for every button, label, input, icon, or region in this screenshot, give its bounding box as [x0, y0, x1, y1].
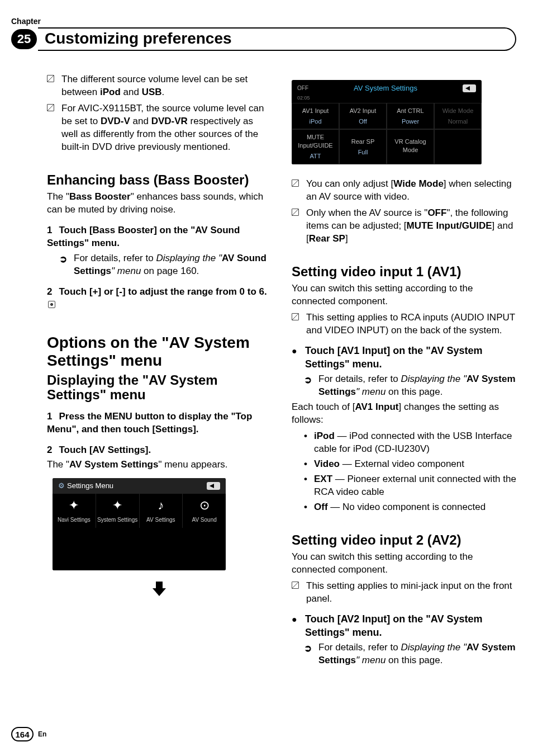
step-number: 2 — [47, 445, 52, 455]
cell-label: MUTE Input/GUIDE — [293, 133, 337, 150]
end-square-icon — [48, 301, 55, 308]
body-text: Each touch of [AV1 Input] changes the se… — [292, 401, 516, 427]
cell-value: Full — [341, 148, 385, 157]
note-text: This setting applies to mini-jack input … — [306, 580, 516, 606]
screenshot-setting-cell — [434, 129, 482, 164]
menu-item-label: AV Sound — [184, 516, 225, 524]
bullet-icon: • — [304, 430, 314, 456]
screenshot-menu-item: ✦Navi Settings — [53, 494, 96, 528]
menu-item-icon: ♪ — [141, 497, 182, 514]
step-text: Touch [Bass Booster] on the "AV Sound Se… — [47, 225, 240, 248]
settings-icon: ⚙ — [58, 481, 65, 490]
option-description: — External video component — [340, 459, 464, 469]
screenshot-title: AV System Settings — [354, 83, 417, 93]
option-description: — Pioneer external unit connected with t… — [314, 474, 516, 497]
note-item: For AVIC-X9115BT, the source volume leve… — [47, 102, 272, 154]
menu-item-icon: ✦ — [54, 497, 94, 514]
menu-item-icon: ⊙ — [184, 497, 225, 514]
screenshot-menu-item: ✦System Settings — [96, 494, 140, 528]
screenshot-settings-menu: ⚙Settings Menu ✦Navi Settings✦System Set… — [53, 478, 226, 570]
step: 2Touch [+] or [-] to adjust the range fr… — [47, 286, 272, 311]
menu-item-icon: ✦ — [97, 497, 138, 514]
screenshot-menu-item: ♪AV Settings — [140, 494, 183, 528]
ref-arrow-icon: ➲ — [59, 253, 69, 278]
section-heading-av1: Setting video input 1 (AV1) — [292, 264, 516, 279]
note-item: This setting applies to RCA inputs (AUDI… — [292, 311, 516, 337]
cell-label: Rear SP — [341, 138, 385, 146]
note-item: The different source volume level can be… — [47, 73, 272, 99]
subsection-heading-displaying: Displaying the "AV System Settings" menu — [47, 373, 272, 403]
step: 2Touch [AV Settings]. — [47, 444, 272, 457]
cell-value: Off — [341, 117, 385, 126]
note-icon — [292, 582, 301, 606]
cell-label: VR Catalog Mode — [388, 138, 432, 154]
screenshot-time: 02:05 — [292, 94, 482, 103]
step: 1Press the MENU button to display the "T… — [47, 410, 272, 436]
reference-item: ➲ For details, refer to Displaying the "… — [59, 252, 272, 278]
ref-arrow-icon: ➲ — [304, 374, 314, 399]
note-icon — [47, 75, 56, 99]
action-bullet: ● Touch [AV1 Input] on the "AV System Se… — [292, 344, 516, 371]
step-text: Touch [AV Settings]. — [59, 445, 151, 455]
screenshot-setting-cell: MUTE Input/GUIDEATT — [292, 129, 339, 164]
note-icon — [292, 179, 301, 204]
screenshot-title: Settings Menu — [67, 481, 113, 490]
cell-value: ATT — [293, 152, 337, 160]
cell-label: AV2 Input — [341, 107, 385, 115]
screenshot-av-system-settings: OFF AV System Settings 02:05 AV1 InputiP… — [292, 80, 482, 164]
option-item: •Off — No video component is connected — [304, 501, 516, 514]
note-text: and — [121, 87, 142, 97]
page-number: 164 En — [11, 727, 46, 741]
body-text: You can switch this setting according to… — [292, 551, 516, 577]
back-icon — [207, 482, 220, 490]
note-icon — [292, 313, 301, 337]
reference-item: ➲ For details, refer to Displaying the "… — [304, 373, 516, 399]
menu-item-label: Navi Settings — [54, 516, 94, 524]
chapter-label: Chapter — [11, 17, 516, 26]
option-item: •EXT — Pioneer external unit connected w… — [304, 473, 516, 499]
screenshot-menu-item: ⊙AV Sound — [183, 494, 226, 528]
step: 1Touch [Bass Booster] on the "AV Sound S… — [47, 224, 272, 250]
section-heading-options: Options on the "AV System Settings" menu — [47, 334, 272, 370]
bold-text: iPod — [100, 87, 121, 97]
menu-item-label: System Settings — [97, 516, 138, 524]
note-item: You can only adjust [Wide Mode] when sel… — [292, 178, 516, 204]
body-text: You can switch this setting according to… — [292, 282, 516, 308]
note-text: . — [162, 87, 165, 97]
svg-marker-0 — [153, 582, 166, 596]
action-text: Touch [AV1 Input] on the "AV System Sett… — [305, 344, 516, 371]
screenshot-setting-cell: AV1 InputiPod — [292, 103, 339, 130]
screenshot-setting-cell: Ant CTRLPower — [387, 103, 434, 130]
option-name: Off — [314, 502, 328, 512]
option-name: EXT — [314, 474, 332, 484]
section-heading-bass: Enhancing bass (Bass Booster) — [47, 173, 272, 187]
bold-text: DVD-V — [101, 116, 130, 126]
down-arrow-icon — [47, 580, 272, 600]
cell-value: Power — [388, 117, 432, 126]
reference-item: ➲ For details, refer to Displaying the "… — [304, 641, 516, 667]
bold-text: DVD-VR — [151, 116, 188, 126]
note-text: and — [130, 116, 151, 126]
left-column: The different source volume level can be… — [47, 73, 272, 669]
option-item: •iPod — iPod connected with the USB Inte… — [304, 430, 516, 456]
option-description: — No video component is connected — [328, 502, 486, 512]
section-heading-av2: Setting video input 2 (AV2) — [292, 533, 516, 547]
page-language: En — [38, 730, 46, 738]
cell-label: Wide Mode — [436, 107, 480, 115]
step-number: 2 — [47, 286, 52, 297]
chapter-title: Customizing preferences — [42, 27, 516, 51]
screenshot-setting-cell: VR Catalog Mode — [387, 129, 434, 164]
step-number: 1 — [47, 225, 52, 235]
step-text: Press the MENU button to display the "To… — [47, 411, 252, 434]
note-item: This setting applies to mini-jack input … — [292, 580, 516, 606]
option-name: iPod — [314, 431, 335, 441]
cell-label: AV1 Input — [293, 107, 337, 115]
cell-value: Normal — [436, 117, 480, 126]
action-text: Touch [AV2 Input] on the "AV System Sett… — [305, 612, 516, 640]
menu-item-label: AV Settings — [141, 516, 182, 524]
body-text: The "Bass Booster" enhances bass sounds,… — [47, 191, 272, 216]
bullet-icon: • — [304, 458, 314, 471]
option-item: •Video — External video component — [304, 458, 516, 471]
chapter-header: 25 Customizing preferences — [11, 27, 516, 51]
screenshot-setting-cell: AV2 InputOff — [339, 103, 387, 130]
